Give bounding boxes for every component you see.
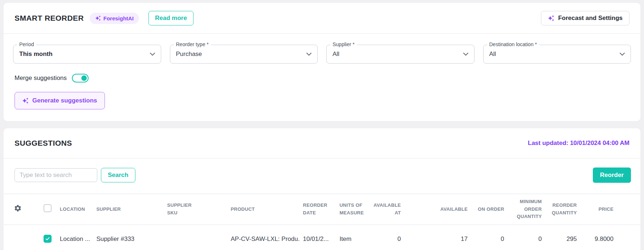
page-title: SMART REORDER	[15, 14, 84, 23]
period-value: This month	[13, 51, 53, 58]
smart-reorder-header: SMART REORDER ForesightAI Read more Fore…	[4, 3, 640, 33]
cell-on-order: 0	[471, 225, 508, 250]
column-header-units-of-measure: UNITS OF MEASURE	[336, 194, 370, 225]
generate-row: Generate suggestions	[4, 92, 640, 121]
cell-minimum-order-quantity: 0	[508, 225, 546, 250]
foresight-ai-label: ForesightAI	[103, 15, 134, 21]
generate-suggestions-button[interactable]: Generate suggestions	[15, 92, 105, 109]
column-header-location: LOCATION	[56, 194, 93, 225]
column-header-supplier-sku: SUPPLIER SKU	[163, 194, 227, 225]
toggle-knob	[81, 76, 87, 81]
column-header-on-order: ON ORDER	[471, 194, 508, 225]
filters-row: Period This month Reorder type * Purchas…	[4, 34, 640, 64]
column-header-product: PRODUCT	[227, 194, 299, 225]
merge-suggestions-row: Merge suggestions	[4, 74, 640, 82]
generate-suggestions-label: Generate suggestions	[32, 97, 97, 104]
smart-reorder-card: SMART REORDER ForesightAI Read more Fore…	[4, 3, 640, 121]
sparkle-icon	[548, 15, 554, 21]
cell-available: 17	[404, 225, 471, 250]
period-label: Period	[17, 41, 36, 47]
column-settings-button[interactable]	[14, 204, 22, 212]
read-more-button[interactable]: Read more	[148, 11, 193, 25]
chevron-down-icon	[620, 53, 625, 56]
period-select[interactable]: Period This month	[13, 45, 161, 64]
cell-supplier: Supplier #333	[93, 225, 163, 250]
chevron-down-icon	[306, 53, 311, 56]
reorder-type-select[interactable]: Reorder type * Purchase	[170, 45, 318, 64]
cell-supplier-sku	[163, 225, 227, 250]
destination-location-value: All	[484, 51, 496, 58]
table-row[interactable]: Location ... Supplier #333 AP-CV-SAW-LXL…	[4, 225, 640, 250]
supplier-value: All	[327, 51, 339, 58]
cell-units-of-measure: Item	[336, 225, 370, 250]
suggestions-header: SUGGESTIONS Last updated: 10/01/2024 04:…	[4, 128, 640, 158]
suggestions-table: LOCATION SUPPLIER SUPPLIER SKU PRODUCT R…	[4, 194, 640, 250]
supplier-label: Supplier *	[330, 41, 357, 47]
foresight-ai-badge: ForesightAI	[90, 13, 139, 24]
suggestions-title: SUGGESTIONS	[15, 139, 72, 148]
supplier-select[interactable]: Supplier * All	[326, 45, 474, 64]
column-header-supplier: SUPPLIER	[93, 194, 163, 225]
forecast-and-settings-label: Forecast and Settings	[558, 15, 623, 22]
column-header-reorder-quantity: REORDER QUANTITY	[545, 194, 580, 225]
column-header-reorder-date: REORDER DATE	[299, 194, 336, 225]
cell-product: AP-CV-SAW-LXL: Produ...	[227, 225, 299, 250]
check-icon	[45, 236, 50, 241]
suggestions-card: SUGGESTIONS Last updated: 10/01/2024 04:…	[4, 128, 640, 250]
sparkle-icon	[95, 15, 101, 21]
search-row: Search Reorder	[4, 158, 640, 194]
cell-reorder-quantity: 295	[545, 225, 580, 250]
table-header-row: LOCATION SUPPLIER SUPPLIER SKU PRODUCT R…	[4, 194, 640, 225]
search-input[interactable]	[15, 168, 97, 182]
select-all-checkbox[interactable]	[44, 204, 52, 212]
destination-location-select[interactable]: Destination location * All	[483, 45, 631, 64]
cell-location: Location ...	[56, 225, 93, 250]
merge-suggestions-label: Merge suggestions	[15, 74, 67, 82]
column-header-price: PRICE	[580, 194, 640, 225]
last-updated-text: Last updated: 10/01/2024 04:00 AM	[528, 140, 629, 147]
search-button[interactable]: Search	[101, 168, 135, 182]
reorder-button[interactable]: Reorder	[593, 168, 631, 183]
column-header-available-at: AVAILABLE AT	[370, 194, 405, 225]
chevron-down-icon	[463, 53, 468, 56]
column-header-available: AVAILABLE	[404, 194, 471, 225]
destination-location-label: Destination location *	[487, 41, 539, 47]
column-header-minimum-order-quantity: MINIMUM ORDER QUANTITY	[508, 194, 546, 225]
cell-reorder-date: 10/01/2...	[299, 225, 336, 250]
forecast-and-settings-button[interactable]: Forecast and Settings	[541, 11, 629, 25]
reorder-type-label: Reorder type *	[174, 41, 211, 47]
cell-price: 9.8000	[580, 225, 640, 250]
gear-icon	[14, 204, 22, 212]
reorder-type-value: Purchase	[170, 51, 202, 58]
merge-suggestions-toggle[interactable]	[72, 74, 89, 82]
cell-available-at: 0	[370, 225, 405, 250]
sparkle-icon	[22, 97, 29, 104]
row-checkbox[interactable]	[44, 235, 52, 243]
chevron-down-icon	[150, 53, 155, 56]
